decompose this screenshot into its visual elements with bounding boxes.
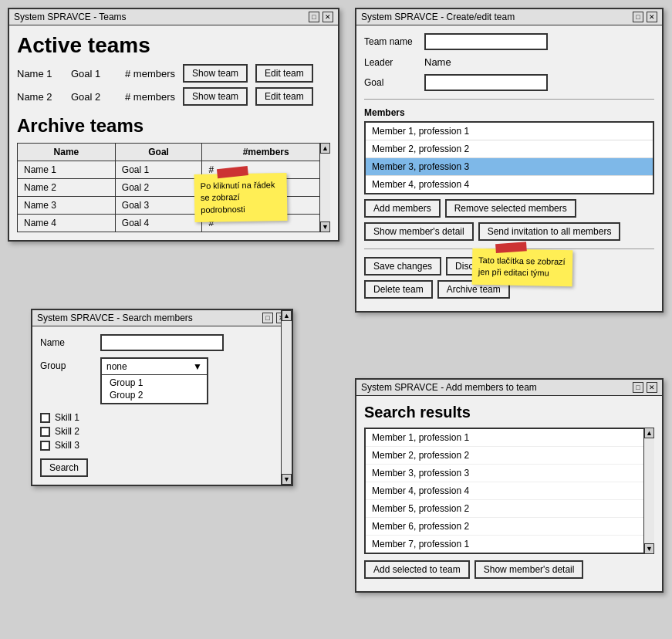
add-window-title: System SPRAVCE - Add members to team □ ✕ xyxy=(356,380,662,396)
show-team-1-btn[interactable]: Show team xyxy=(183,64,248,83)
add-window-controls: □ ✕ xyxy=(633,382,657,393)
result-item-1[interactable]: Member 1, profession 1 xyxy=(366,429,653,447)
save-changes-btn[interactable]: Save changes xyxy=(364,257,441,276)
leader-label: Leader xyxy=(364,57,418,68)
archive-scrollbar-up[interactable]: ▲ xyxy=(320,143,330,154)
create-sticky-text: Tato tlačítka se zobrazí jen při editaci… xyxy=(478,255,566,278)
search-scrollbar: ▲ ▼ xyxy=(281,310,292,485)
member-item-4[interactable]: Member 4, profession 4 xyxy=(366,176,653,193)
result-item-3[interactable]: Member 3, profession 3 xyxy=(366,465,653,482)
archive-row-4-name: Name 4 xyxy=(18,215,116,232)
goal-input[interactable] xyxy=(424,74,548,91)
members-label: Members xyxy=(364,107,654,118)
member-item-3[interactable]: Member 3, profession 3 xyxy=(366,158,653,176)
search-scrollbar-track xyxy=(282,321,292,474)
group-option-2[interactable]: Group 2 xyxy=(106,389,202,401)
archive-scrollbar-track xyxy=(320,154,330,221)
add-close-btn[interactable]: ✕ xyxy=(647,382,657,393)
result-item-7[interactable]: Member 7, profession 1 xyxy=(366,536,653,553)
results-scroll: Member 1, profession 1 Member 2, profess… xyxy=(366,429,653,553)
name-search-input[interactable] xyxy=(100,334,224,351)
search-title-text: System SPRAVCE - Search members xyxy=(37,313,193,323)
skill-3-label: Skill 3 xyxy=(55,440,79,451)
result-item-4[interactable]: Member 4, profession 4 xyxy=(366,482,653,500)
results-scrollbar-up[interactable]: ▲ xyxy=(644,428,654,438)
teams-window-content: Active teams Name 1 Goal 1 # members Sho… xyxy=(9,25,338,240)
active-team-2-members: # members xyxy=(125,91,175,103)
search-btn[interactable]: Search xyxy=(40,458,88,477)
archive-scrollbar-down[interactable]: ▼ xyxy=(320,221,330,232)
group-select-header[interactable]: none ▼ xyxy=(102,359,207,375)
active-team-2-goal: Goal 2 xyxy=(71,91,117,103)
add-selected-btn[interactable]: Add selected to team xyxy=(364,560,470,579)
archive-row-2-name: Name 2 xyxy=(18,179,116,197)
show-member-detail-add-btn[interactable]: Show member's detail xyxy=(474,560,584,579)
archive-sticky-text: Po kliknutí na řádek se zobrazí podrobno… xyxy=(201,180,275,214)
results-scrollbar-down[interactable]: ▼ xyxy=(644,543,654,554)
save-discard-container: Save changes Discard changes Tato tlačít… xyxy=(364,257,654,276)
name-search-row: Name xyxy=(40,334,284,351)
search-scrollbar-up[interactable]: ▲ xyxy=(282,310,292,321)
archive-col-members: #members xyxy=(202,144,330,161)
remove-members-btn[interactable]: Remove selected members xyxy=(445,199,576,218)
add-members-btn-group: Add selected to team Show member's detai… xyxy=(364,560,654,579)
member-item-2[interactable]: Member 2, profession 2 xyxy=(366,140,653,158)
active-team-row-2: Name 2 Goal 2 # members Show team Edit t… xyxy=(17,87,330,106)
archive-scrollbar: ▲ ▼ xyxy=(319,143,330,232)
archive-row-3-name: Name 3 xyxy=(18,197,116,215)
skill-2-label: Skill 2 xyxy=(55,426,79,437)
divider-1 xyxy=(364,99,654,100)
skills-section: Skill 1 Skill 2 Skill 3 xyxy=(40,412,284,451)
create-window-content: Team name Leader Name Goal Members Membe… xyxy=(356,25,662,311)
show-member-detail-btn[interactable]: Show member's detail xyxy=(364,222,474,241)
search-scrollbar-down[interactable]: ▼ xyxy=(282,474,292,485)
skill-1-checkbox[interactable] xyxy=(40,413,50,423)
delete-team-btn[interactable]: Delete team xyxy=(364,280,433,299)
teams-close-btn[interactable]: ✕ xyxy=(322,12,333,22)
member-item-1[interactable]: Member 1, profession 1 xyxy=(366,123,653,140)
group-option-1[interactable]: Group 1 xyxy=(106,377,202,389)
skill-2-checkbox[interactable] xyxy=(40,427,50,437)
teams-minimize-btn[interactable]: □ xyxy=(309,12,319,22)
group-select-container: none ▼ Group 1 Group 2 xyxy=(100,357,208,404)
add-members-btn[interactable]: Add members xyxy=(364,199,441,218)
archive-row-1-goal: Goal 1 xyxy=(115,161,202,179)
results-list: Member 1, profession 1 Member 2, profess… xyxy=(364,428,654,554)
goal-label: Goal xyxy=(364,77,418,88)
send-invitation-btn[interactable]: Send invitation to all members xyxy=(478,222,621,241)
create-window-title: System SPRAVCE - Create/edit team □ ✕ xyxy=(356,9,662,25)
create-close-btn[interactable]: ✕ xyxy=(647,12,657,22)
group-select[interactable]: none ▼ Group 1 Group 2 xyxy=(100,357,208,404)
archive-row-2-goal: Goal 2 xyxy=(115,179,202,197)
members-btn-group-2: Show member's detail Send invitation to … xyxy=(364,222,654,241)
skill-3-row: Skill 3 xyxy=(40,440,284,451)
result-item-2[interactable]: Member 2, profession 2 xyxy=(366,447,653,465)
teams-title-text: System SPRAVCE - Teams xyxy=(14,12,127,22)
add-window: System SPRAVCE - Add members to team □ ✕… xyxy=(355,378,664,593)
leader-row: Leader Name xyxy=(364,56,654,68)
edit-team-2-btn[interactable]: Edit team xyxy=(255,87,313,106)
create-title-text: System SPRAVCE - Create/edit team xyxy=(361,12,515,22)
add-minimize-btn[interactable]: □ xyxy=(633,382,643,393)
teams-window: System SPRAVCE - Teams □ ✕ Active teams … xyxy=(8,8,339,242)
archive-table-container: Name Goal #members Name 1 Goal 1 # Name … xyxy=(17,143,330,232)
team-name-input[interactable] xyxy=(424,33,548,50)
active-team-1-members: # members xyxy=(125,68,175,79)
results-list-container: Member 1, profession 1 Member 2, profess… xyxy=(364,428,654,554)
skill-3-checkbox[interactable] xyxy=(40,441,50,451)
group-search-label: Group xyxy=(40,357,94,371)
team-name-row: Team name xyxy=(364,33,654,50)
search-window: System SPRAVCE - Search members □ ✕ Name… xyxy=(31,309,293,486)
create-minimize-btn[interactable]: □ xyxy=(633,12,643,22)
add-title-text: System SPRAVCE - Add members to team xyxy=(361,382,537,393)
result-item-6[interactable]: Member 6, profession 2 xyxy=(366,518,653,536)
name-search-label: Name xyxy=(40,337,94,348)
active-team-1-name: Name 1 xyxy=(17,68,63,79)
results-scrollbar-track xyxy=(644,438,654,543)
edit-team-1-btn[interactable]: Edit team xyxy=(255,64,313,83)
show-team-2-btn[interactable]: Show team xyxy=(183,87,248,106)
result-item-5[interactable]: Member 5, profession 2 xyxy=(366,500,653,518)
skill-1-label: Skill 1 xyxy=(55,412,79,423)
search-minimize-btn[interactable]: □ xyxy=(262,313,273,323)
teams-window-title: System SPRAVCE - Teams □ ✕ xyxy=(9,9,338,25)
